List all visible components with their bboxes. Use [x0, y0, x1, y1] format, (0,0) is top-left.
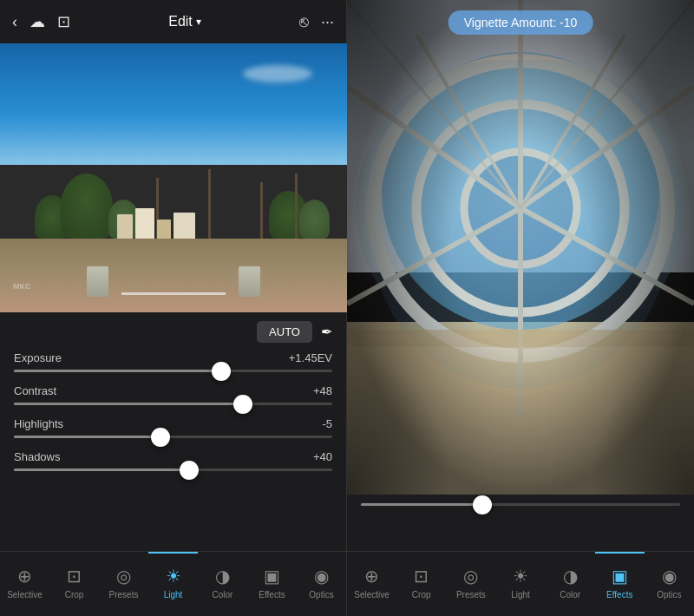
light-label: Light	[164, 590, 183, 600]
nav-presets[interactable]: ◎ Presets	[99, 552, 148, 616]
right-panel: Vignette Amount: -10	[347, 0, 694, 616]
nav-color[interactable]: ◑ Color	[198, 552, 247, 616]
exposure-track[interactable]	[14, 370, 332, 372]
r-light-icon: ☀	[513, 566, 528, 587]
r-effects-icon: ▣	[612, 566, 628, 587]
exposure-row: Exposure +1.45EV	[14, 351, 332, 372]
shadows-label: Shadows	[14, 450, 60, 463]
ground-area: MKC	[0, 239, 347, 312]
auto-button[interactable]: AUTO	[257, 321, 312, 343]
exposure-value: +1.45EV	[289, 351, 332, 364]
right-tree-2	[299, 200, 330, 239]
top-bar-left: ‹ ☁ ⊡ Edit ▾ ⎋ ···	[0, 0, 346, 43]
exposure-label: Exposure	[14, 351, 62, 364]
highlights-thumb[interactable]	[151, 428, 170, 447]
right-nav-selective[interactable]: ⊕ Selective	[347, 552, 396, 616]
vignette-track[interactable]	[361, 503, 680, 506]
right-nav-light[interactable]: ☀ Light	[495, 552, 545, 616]
pole-4	[295, 174, 298, 239]
contrast-label: Contrast	[14, 384, 56, 397]
chevron-down-icon: ▾	[196, 16, 201, 28]
r-optics-icon: ◉	[662, 566, 677, 587]
building-3	[157, 220, 171, 239]
photo-text-overlay: MKC	[13, 282, 31, 291]
bottom-nav-left: ⊕ Selective ⊡ Crop ◎ Presets ☀ Light ◑ C…	[0, 551, 346, 616]
r-optics-label: Optics	[657, 590, 681, 600]
contrast-label-row: Contrast +48	[14, 384, 332, 397]
contrast-thumb[interactable]	[233, 395, 252, 414]
nav-effects[interactable]: ▣ Effects	[247, 552, 297, 616]
pole-3	[260, 182, 263, 239]
active-indicator	[148, 552, 198, 554]
exposure-label-row: Exposure +1.45EV	[14, 351, 332, 364]
highlights-row: Highlights -5	[14, 417, 332, 438]
effects-label: Effects	[259, 590, 285, 600]
r-selective-label: Selective	[354, 590, 390, 600]
right-nav-color[interactable]: ◑ Color	[546, 552, 595, 616]
shadows-track[interactable]	[14, 469, 332, 471]
r-selective-icon: ⊕	[364, 566, 379, 587]
presets-label: Presets	[109, 590, 139, 600]
shadows-label-row: Shadows +40	[14, 450, 332, 463]
sky-layer	[0, 43, 347, 165]
contrast-value: +48	[313, 384, 332, 397]
vignette-fill	[361, 503, 482, 506]
auto-row: AUTO ✒	[14, 321, 332, 343]
bottom-nav-right: ⊕ Selective ⊡ Crop ◎ Presets ☀ Light ◑ C…	[347, 551, 694, 616]
share-icon[interactable]: ⎋	[299, 13, 309, 31]
exposure-fill	[14, 370, 221, 372]
building-2	[135, 208, 154, 239]
shadows-thumb[interactable]	[180, 461, 199, 480]
vignette-slider-row	[361, 503, 680, 506]
building-1	[117, 214, 133, 239]
architecture-svg	[347, 0, 694, 495]
presets-icon: ◎	[116, 566, 131, 587]
highlights-track[interactable]	[14, 436, 332, 438]
vignette-thumb[interactable]	[473, 495, 492, 514]
right-adjustments-panel	[347, 495, 694, 551]
optics-label: Optics	[309, 590, 333, 600]
top-bar-left-controls: ‹ ☁ ⊡	[12, 12, 70, 31]
exposure-thumb[interactable]	[212, 362, 231, 381]
right-nav-crop[interactable]: ⊡ Crop	[396, 552, 446, 616]
nav-light[interactable]: ☀ Light	[148, 552, 198, 616]
crop-square-icon[interactable]: ⊡	[57, 12, 70, 31]
color-label: Color	[213, 590, 233, 600]
shadows-row: Shadows +40	[14, 450, 332, 471]
nav-optics[interactable]: ◉ Optics	[297, 552, 346, 616]
shadows-fill	[14, 469, 189, 471]
landscape-photo: MKC	[0, 43, 347, 312]
r-presets-label: Presets	[456, 590, 486, 600]
wand-icon[interactable]: ✒	[321, 324, 332, 340]
crop-icon: ⊡	[67, 566, 82, 587]
contrast-track[interactable]	[14, 403, 332, 405]
r-crop-icon: ⊡	[414, 566, 429, 587]
nav-crop[interactable]: ⊡ Crop	[49, 552, 99, 616]
adjustments-panel: AUTO ✒ Exposure +1.45EV Contrast +48	[0, 312, 346, 551]
light-icon: ☀	[166, 566, 181, 587]
edit-label: Edit	[168, 14, 193, 29]
right-nav-optics[interactable]: ◉ Optics	[645, 552, 694, 616]
r-color-icon: ◑	[563, 566, 578, 587]
big-tree	[61, 174, 113, 239]
concrete-block-left	[87, 266, 108, 297]
left-panel: ‹ ☁ ⊡ Edit ▾ ⎋ ···	[0, 0, 347, 616]
color-icon: ◑	[215, 566, 230, 587]
nav-selective[interactable]: ⊕ Selective	[0, 552, 49, 616]
vignette-toast: Vignette Amount: -10	[448, 10, 593, 35]
right-nav-presets[interactable]: ◎ Presets	[446, 552, 495, 616]
highlights-fill	[14, 436, 160, 438]
selective-label: Selective	[7, 590, 43, 600]
edit-dropdown[interactable]: Edit ▾	[168, 14, 201, 29]
right-nav-effects[interactable]: ▣ Effects	[595, 552, 645, 616]
highlights-label-row: Highlights -5	[14, 417, 332, 430]
more-icon[interactable]: ···	[321, 13, 334, 31]
svg-rect-20	[347, 0, 694, 495]
road-marker	[121, 292, 226, 295]
selective-icon: ⊕	[17, 566, 32, 587]
back-icon[interactable]: ‹	[12, 13, 17, 31]
contrast-row: Contrast +48	[14, 384, 332, 405]
cloud-icon[interactable]: ☁	[29, 12, 45, 31]
shadows-value: +40	[313, 450, 332, 463]
pole-2	[208, 169, 211, 239]
